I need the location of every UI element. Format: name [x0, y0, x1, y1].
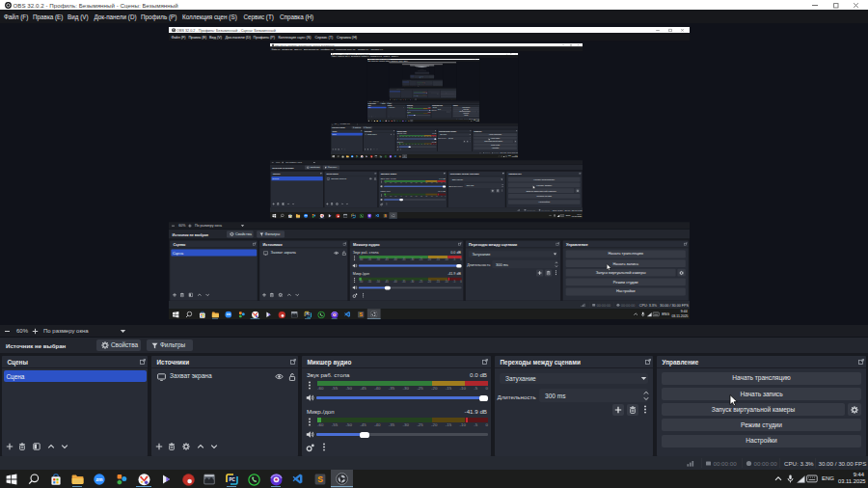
- svg-text:zm: zm: [396, 98, 397, 99]
- svg-text:PC: PC: [396, 120, 397, 121]
- svg-text:zm: zm: [351, 155, 353, 156]
- svg-text:zm: zm: [305, 214, 308, 216]
- svg-text:S: S: [359, 312, 363, 317]
- svg-text:S: S: [384, 213, 386, 217]
- svg-text:PC: PC: [306, 312, 310, 316]
- svg-text:PC: PC: [380, 155, 382, 156]
- svg-text:zm: zm: [380, 120, 381, 121]
- svg-text:S: S: [408, 120, 409, 121]
- svg-text:PC: PC: [407, 98, 408, 99]
- svg-text:zm: zm: [96, 476, 104, 482]
- svg-text:S: S: [317, 474, 323, 484]
- svg-text:PC: PC: [229, 477, 235, 482]
- svg-text:zm: zm: [227, 312, 231, 316]
